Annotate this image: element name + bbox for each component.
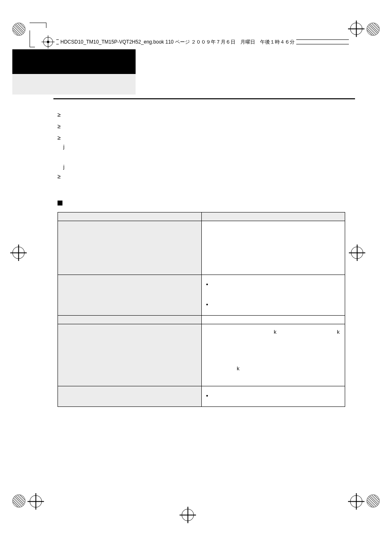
- square-bullet-icon: [58, 201, 62, 205]
- spec-row-label: [58, 315, 202, 324]
- spec-table: k k k: [58, 212, 345, 407]
- running-head-text: HDCSD10_TM10_TM15P-VQT2H52_eng.book 110 …: [59, 39, 296, 46]
- dash-icon: j: [63, 143, 69, 151]
- dash-icon: j: [63, 163, 69, 171]
- spec-row-bullet: [212, 301, 340, 309]
- spec-row-bullet: [212, 392, 340, 400]
- print-registration-mark-left: [12, 247, 41, 275]
- spec-row-value: [201, 221, 345, 275]
- spec-row-label: [58, 212, 202, 221]
- print-registration-mark-bottom-center: [182, 509, 210, 538]
- hatched-circle-icon: [12, 23, 25, 36]
- target-icon: [30, 495, 42, 508]
- spec-row-bullet: [212, 281, 340, 289]
- multiply-icon: k: [274, 329, 277, 335]
- target-icon: [12, 247, 25, 259]
- target-icon: [350, 23, 362, 35]
- bullet-icon: ≥: [58, 135, 63, 141]
- spec-row-value: [201, 212, 345, 221]
- running-head: HDCSD10_TM10_TM15P-VQT2H52_eng.book 110 …: [43, 34, 349, 50]
- bullet-icon: ≥: [58, 123, 63, 129]
- spec-row-label: [58, 324, 202, 386]
- hatched-circle-icon: [367, 23, 380, 36]
- spec-row-value: [201, 386, 345, 406]
- print-registration-mark-bl: [12, 494, 49, 531]
- target-icon: [182, 509, 194, 521]
- print-registration-mark-right: [351, 247, 380, 275]
- spec-row-value: k k k: [201, 324, 345, 386]
- bullet-icon: ≥: [58, 112, 63, 118]
- section-header-light: [12, 74, 136, 95]
- intro-bullet-list: ≥ ≥ ≥ j j ≥: [58, 112, 347, 182]
- spec-row-label: [58, 221, 202, 275]
- subsection-heading: [58, 201, 66, 205]
- spec-row-label: [58, 275, 202, 316]
- spec-row-label: [58, 386, 202, 406]
- bullet-icon: ≥: [58, 173, 63, 179]
- spec-row-value: [201, 315, 345, 324]
- spec-row-value: [201, 275, 345, 316]
- section-header-dark: [12, 49, 136, 74]
- hatched-circle-icon: [12, 494, 25, 508]
- print-registration-mark-br: [343, 494, 380, 531]
- multiply-icon: k: [337, 329, 340, 335]
- target-icon: [43, 37, 53, 47]
- target-icon: [350, 495, 362, 508]
- multiply-icon: k: [237, 365, 240, 372]
- target-icon: [351, 247, 363, 259]
- hatched-circle-icon: [367, 494, 380, 508]
- horizontal-rule: [53, 98, 355, 100]
